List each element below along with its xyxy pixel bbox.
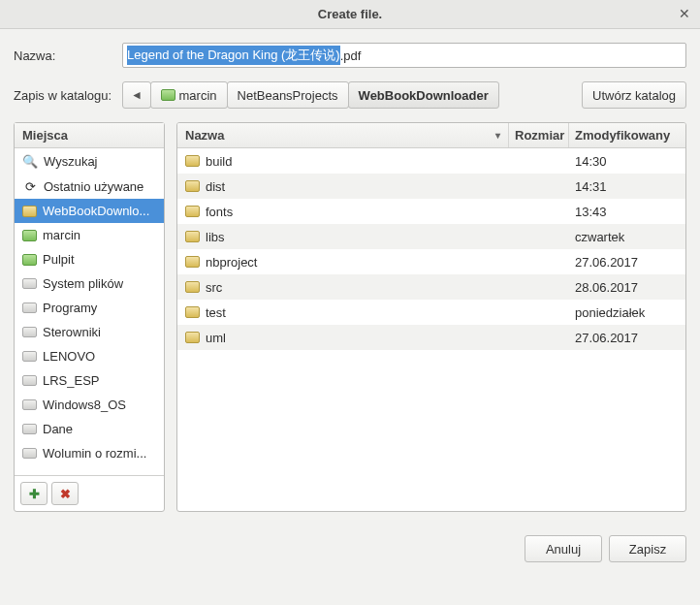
recent-icon: ⟳ xyxy=(22,178,38,194)
places-header: Miejsca xyxy=(15,123,164,148)
file-row[interactable]: dist14:31 xyxy=(177,174,685,199)
place-item[interactable]: Windows8_OS xyxy=(15,393,164,417)
folder-icon xyxy=(185,332,200,343)
drive-icon xyxy=(22,399,37,410)
place-label: LRS_ESP xyxy=(43,373,100,388)
file-name: fonts xyxy=(206,205,233,219)
place-item[interactable]: WebBookDownlo... xyxy=(15,199,164,223)
folder-icon xyxy=(185,206,200,217)
breadcrumb-back-button[interactable]: ◄ xyxy=(122,81,151,109)
place-label: Wyszukaj xyxy=(44,154,98,169)
place-item[interactable]: Sterowniki xyxy=(15,320,164,344)
file-name: dist xyxy=(206,179,225,194)
place-label: Ostatnio używane xyxy=(44,179,143,194)
places-panel: Miejsca 🔍Wyszukaj⟳Ostatnio używaneWebBoo… xyxy=(14,122,165,512)
folder-icon xyxy=(185,306,200,318)
place-label: Sterowniki xyxy=(43,325,101,339)
drive-icon xyxy=(22,278,37,289)
file-modified: poniedziałek xyxy=(569,305,685,320)
place-item[interactable]: LENOVO xyxy=(15,344,164,368)
places-list[interactable]: 🔍Wyszukaj⟳Ostatnio używaneWebBookDownlo.… xyxy=(15,148,164,475)
dialog-title: Create file. xyxy=(318,7,382,21)
folder-icon xyxy=(22,230,37,241)
close-icon[interactable]: ✕ xyxy=(679,6,690,21)
place-label: Wolumin o rozmi... xyxy=(43,446,146,461)
folder-icon xyxy=(22,206,37,217)
file-modified: 14:31 xyxy=(569,179,685,194)
place-item[interactable]: 🔍Wyszukaj xyxy=(15,148,164,174)
place-item[interactable]: Pulpit xyxy=(15,247,164,271)
place-item[interactable]: LRS_ESP xyxy=(15,368,164,393)
place-label: LENOVO xyxy=(43,349,95,364)
breadcrumb-item-2[interactable]: WebBookDownloader xyxy=(348,81,499,109)
folder-icon xyxy=(185,155,200,167)
file-name: uml xyxy=(206,331,226,345)
place-item[interactable]: Wolumin o rozmi... xyxy=(15,441,164,465)
breadcrumb-item-0[interactable]: marcin xyxy=(150,81,228,109)
column-name[interactable]: Nazwa▾ xyxy=(177,123,509,147)
place-label: Pulpit xyxy=(43,252,75,267)
file-row[interactable]: nbproject27.06.2017 xyxy=(177,249,685,274)
file-modified: 27.06.2017 xyxy=(569,255,685,270)
place-label: System plików xyxy=(43,276,123,291)
drive-icon xyxy=(22,351,37,362)
file-row[interactable]: libsczwartek xyxy=(177,224,685,249)
place-item[interactable]: marcin xyxy=(15,223,164,247)
file-name: test xyxy=(206,305,226,320)
save-button[interactable]: Zapisz xyxy=(609,535,686,562)
remove-bookmark-button[interactable]: ✖ xyxy=(51,482,79,505)
column-size[interactable]: Rozmiar xyxy=(509,123,569,147)
place-label: marcin xyxy=(43,228,80,242)
file-name: build xyxy=(206,154,232,169)
place-label: WebBookDownlo... xyxy=(43,204,149,218)
file-modified: 13:43 xyxy=(569,205,685,219)
file-row[interactable]: uml27.06.2017 xyxy=(177,325,685,350)
file-modified: czwartek xyxy=(569,230,685,244)
chevron-left-icon: ◄ xyxy=(131,88,143,102)
file-modified: 14:30 xyxy=(569,154,685,169)
drive-icon xyxy=(22,327,37,337)
drive-icon xyxy=(22,375,37,386)
cancel-button[interactable]: Anuluj xyxy=(525,535,602,562)
filename-suffix: .pdf xyxy=(340,48,362,63)
filename-input[interactable]: Legend of the Dragon King (龙王传说).pdf xyxy=(122,43,686,68)
drive-icon xyxy=(22,448,37,459)
file-modified: 28.06.2017 xyxy=(569,280,685,295)
file-modified: 27.06.2017 xyxy=(569,331,685,345)
file-row[interactable]: fonts13:43 xyxy=(177,199,685,224)
folder-icon xyxy=(185,281,200,293)
place-item[interactable]: Programy xyxy=(15,296,164,320)
x-icon: ✖ xyxy=(60,487,71,501)
place-item[interactable]: ⟳Ostatnio używane xyxy=(15,174,164,199)
place-label: Dane xyxy=(43,422,73,436)
folder-icon xyxy=(185,231,200,242)
file-name: src xyxy=(206,280,222,295)
file-name: nbproject xyxy=(206,255,257,270)
file-panel: Nazwa▾ Rozmiar Zmodyfikowany build14:30d… xyxy=(176,122,686,512)
drive-icon xyxy=(22,424,37,434)
breadcrumb: ◄ marcin NetBeansProjects WebBookDownloa… xyxy=(122,81,499,109)
column-modified[interactable]: Zmodyfikowany xyxy=(569,123,685,147)
save-in-label: Zapis w katalogu: xyxy=(14,88,122,103)
file-row[interactable]: testponiedziałek xyxy=(177,300,685,325)
name-label: Nazwa: xyxy=(14,48,122,63)
file-row[interactable]: src28.06.2017 xyxy=(177,274,685,300)
place-label: Windows8_OS xyxy=(43,398,126,412)
folder-icon xyxy=(185,180,200,192)
folder-icon xyxy=(22,254,37,266)
drive-icon xyxy=(22,302,37,313)
file-name: libs xyxy=(206,230,225,244)
file-list[interactable]: build14:30dist14:31fonts13:43libsczwarte… xyxy=(177,148,685,511)
create-folder-button[interactable]: Utwórz katalog xyxy=(582,81,686,109)
filename-selected: Legend of the Dragon King (龙王传说) xyxy=(127,46,340,65)
folder-icon xyxy=(185,256,200,268)
add-bookmark-button[interactable]: ✚ xyxy=(20,482,48,505)
place-item[interactable]: System plików xyxy=(15,271,164,296)
breadcrumb-item-1[interactable]: NetBeansProjects xyxy=(227,81,349,109)
plus-icon: ✚ xyxy=(29,487,40,501)
place-label: Programy xyxy=(43,301,97,315)
folder-icon xyxy=(161,89,175,101)
file-row[interactable]: build14:30 xyxy=(177,148,685,174)
sort-asc-icon: ▾ xyxy=(495,130,500,141)
place-item[interactable]: Dane xyxy=(15,417,164,441)
